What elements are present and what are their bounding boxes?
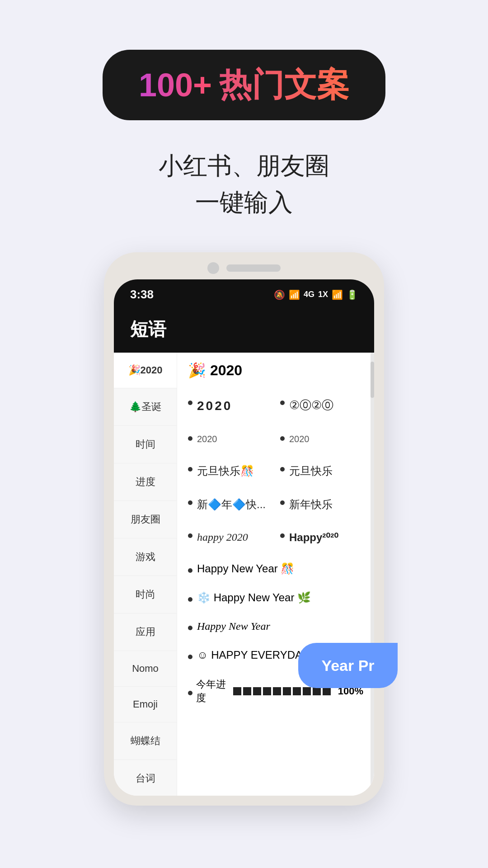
item-text: 元旦快乐🎊 — [197, 463, 254, 479]
status-time: 3:38 — [130, 288, 154, 302]
bubble-text: Year Pr — [312, 657, 383, 675]
bullet-icon — [188, 597, 192, 602]
bullet-icon — [280, 533, 285, 538]
subtitle: 小红书、朋友圈 一键输入 — [159, 147, 329, 221]
bullet-icon — [188, 436, 192, 441]
status-bar: 3:38 🔕 📶 4G 1X 📶 🔋 — [114, 279, 374, 308]
sidebar-item-christmas[interactable]: 🌲圣诞 — [114, 388, 177, 426]
bullet-icon — [188, 401, 192, 405]
scrollbar-thumb[interactable] — [371, 362, 374, 398]
list-item-2020-styled[interactable]: 2020 — [188, 390, 271, 422]
item-text: happy 2020 — [197, 530, 248, 545]
item-text: 2020 — [197, 433, 217, 445]
section-title: 🎉 2020 — [188, 362, 363, 379]
section-title-text: 🎉 2020 — [188, 362, 242, 379]
bullet-icon — [188, 626, 192, 630]
app-header: 短语 — [114, 308, 374, 353]
list-item-xinnian1[interactable]: 新🔷年🔷快... — [188, 490, 271, 519]
phone-mockup: 3:38 🔕 📶 4G 1X 📶 🔋 短语 🎉2020 � — [104, 252, 384, 806]
item-text: Happy New Year 🎊 — [197, 562, 294, 575]
list-item-2020-plain1[interactable]: 2020 — [188, 425, 271, 453]
sidebar-item-fashion[interactable]: 时尚 — [114, 576, 177, 613]
bullet-icon — [188, 533, 192, 538]
bullet-icon — [188, 655, 192, 659]
bullet-icon — [280, 401, 285, 405]
content-area: 🎉 2020 2020 ②⓪②⓪ — [177, 353, 374, 796]
list-item-xinnian2[interactable]: 新年快乐 — [280, 490, 363, 519]
list-item-yuandan1[interactable]: 元旦快乐🎊 — [188, 456, 271, 486]
sidebar-item-nomo[interactable]: Nomo — [114, 651, 177, 687]
list-item-yuandan2[interactable]: 元旦快乐 — [280, 456, 363, 486]
item-text: ②⓪②⓪ — [289, 397, 333, 413]
item-text: ❄️ Happy New Year 🌿 — [197, 591, 311, 604]
subtitle-line2: 一键输入 — [195, 189, 293, 216]
progress-text: 今年进度 — [196, 678, 230, 705]
speaker-bar — [226, 264, 281, 272]
sidebar-item-bow[interactable]: 蝴蝶结 — [114, 722, 177, 760]
camera-dot — [207, 262, 219, 274]
sidebar: 🎉2020 🌲圣诞 时间 进度 朋友圈 游戏 时尚 应用 Nomo Emoji … — [114, 353, 177, 796]
bullet-icon — [188, 500, 192, 505]
badge-text: 热门文案 — [219, 63, 349, 107]
list-item-hny-script[interactable]: Happy New Year — [188, 614, 363, 639]
progress-blocks — [233, 687, 331, 695]
phone-outer: 3:38 🔕 📶 4G 1X 📶 🔋 短语 🎉2020 � — [104, 252, 384, 806]
subtitle-line1: 小红书、朋友圈 — [159, 152, 329, 179]
phone-top-bar — [114, 262, 374, 274]
sidebar-item-time[interactable]: 时间 — [114, 426, 177, 463]
list-item-happy2020-italic[interactable]: happy 2020 — [188, 523, 271, 552]
sidebar-item-2020[interactable]: 🎉2020 — [114, 353, 177, 388]
bullet-icon — [280, 500, 285, 505]
bullet-icon — [188, 568, 192, 573]
list-item-hny2[interactable]: ❄️ Happy New Year 🌿 — [188, 585, 363, 610]
bullet-icon — [280, 436, 285, 441]
bullet-icon — [188, 467, 192, 472]
sidebar-item-app[interactable]: 应用 — [114, 613, 177, 651]
badge-pill: 100+ 热门文案 — [103, 50, 385, 120]
sidebar-item-progress[interactable]: 进度 — [114, 463, 177, 501]
list-item-happy2020-bold[interactable]: Happy²⁰²⁰ — [280, 523, 363, 552]
item-text: 2020 — [197, 397, 232, 415]
item-text: 新年快乐 — [289, 497, 333, 512]
item-text: Happy New Year — [197, 620, 270, 632]
app-title: 短语 — [130, 317, 358, 342]
sidebar-item-lines[interactable]: 台词 — [114, 760, 177, 796]
sidebar-item-emoji[interactable]: Emoji — [114, 687, 177, 722]
phone-screen: 3:38 🔕 📶 4G 1X 📶 🔋 短语 🎉2020 � — [114, 279, 374, 796]
item-text: 元旦快乐 — [289, 463, 333, 479]
list-item-2020-plain2[interactable]: 2020 — [280, 425, 363, 453]
bullet-icon — [280, 467, 285, 472]
top-section: 100+ 热门文案 小红书、朋友圈 一键输入 — [0, 0, 488, 239]
app-body: 🎉2020 🌲圣诞 时间 进度 朋友圈 游戏 时尚 应用 Nomo Emoji … — [114, 353, 374, 796]
sidebar-item-moments[interactable]: 朋友圈 — [114, 501, 177, 538]
speech-bubble: Year Pr — [298, 643, 398, 688]
bullet-icon — [188, 691, 192, 695]
item-text: 新🔷年🔷快... — [197, 497, 266, 512]
status-icons: 🔕 📶 4G 1X 📶 🔋 — [274, 289, 358, 300]
scrollbar-track — [371, 353, 374, 796]
item-text: Happy²⁰²⁰ — [289, 530, 338, 545]
list-item-hny1[interactable]: Happy New Year 🎊 — [188, 556, 363, 581]
sidebar-item-game[interactable]: 游戏 — [114, 538, 177, 576]
list-item-2020-circled[interactable]: ②⓪②⓪ — [280, 390, 363, 422]
item-text: 2020 — [289, 433, 310, 445]
badge-number: 100+ — [139, 66, 212, 104]
